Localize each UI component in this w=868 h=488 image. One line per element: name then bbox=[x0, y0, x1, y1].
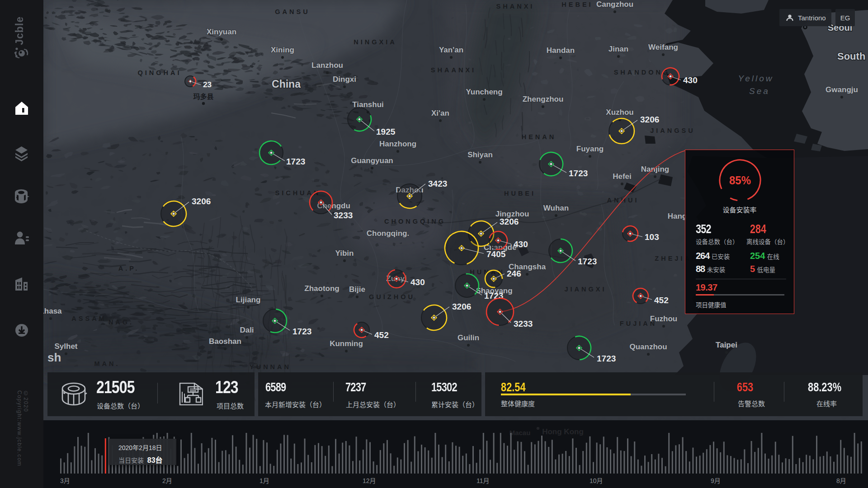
svg-text:2月: 2月 bbox=[162, 477, 172, 484]
svg-text:8月: 8月 bbox=[836, 477, 846, 484]
svg-text:85%: 85% bbox=[729, 174, 751, 187]
svg-text:1月: 1月 bbox=[259, 477, 269, 484]
svg-text:9月: 9月 bbox=[711, 477, 721, 484]
svg-text:10月: 10月 bbox=[590, 477, 603, 484]
svg-text:3月: 3月 bbox=[60, 477, 70, 484]
svg-text:11月: 11月 bbox=[476, 477, 490, 484]
svg-text:12月: 12月 bbox=[363, 477, 376, 484]
